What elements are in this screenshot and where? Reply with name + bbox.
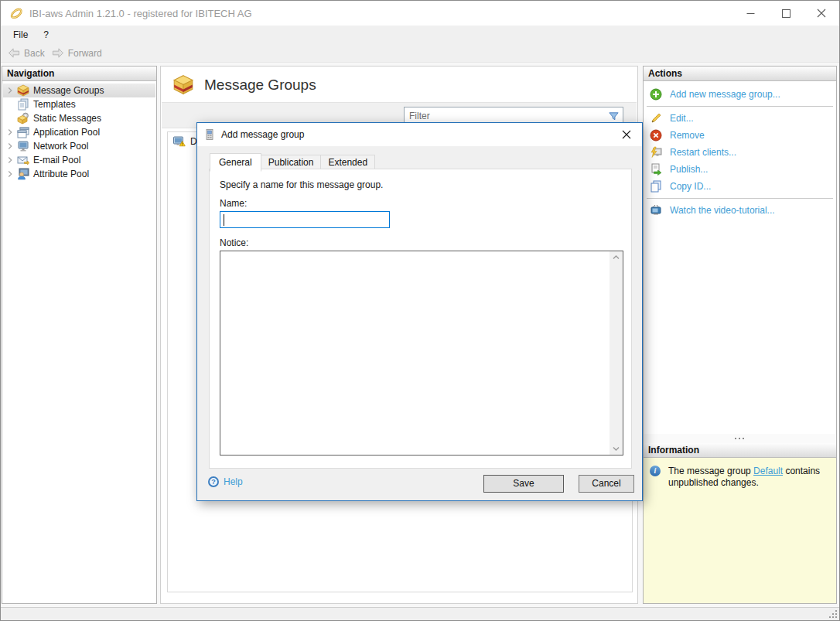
scroll-up-icon[interactable] — [612, 254, 620, 261]
tab-general[interactable]: General — [210, 153, 261, 172]
sidebar-item-label: Application Pool — [33, 127, 100, 138]
action-label: Restart clients... — [670, 147, 736, 158]
back-button[interactable]: Back — [7, 47, 45, 59]
panel-splitter[interactable] — [644, 434, 836, 443]
minimize-button[interactable] — [732, 1, 768, 26]
window-title: IBI-aws Admin 1.21.0 - registered for IB… — [29, 8, 252, 19]
notice-label: Notice: — [220, 237, 248, 248]
app-window: IBI-aws Admin 1.21.0 - registered for IB… — [0, 0, 840, 621]
copy-id-icon — [650, 180, 662, 193]
back-arrow-icon — [7, 47, 21, 59]
static-messages-icon — [17, 112, 29, 125]
action-label: Edit... — [670, 113, 694, 124]
default-group-link[interactable]: Default — [753, 466, 783, 476]
sidebar-item-email-pool[interactable]: E-mail Pool — [3, 153, 155, 167]
expander-chevron-icon[interactable] — [3, 168, 17, 180]
help-icon: ? — [208, 476, 219, 487]
menu-file[interactable]: File — [5, 26, 36, 44]
add-icon — [650, 88, 662, 101]
action-edit[interactable]: Edit... — [644, 110, 836, 127]
dialog-title-bar: Add message group — [197, 123, 642, 146]
filter-input[interactable] — [409, 108, 603, 124]
action-label: Publish... — [670, 164, 708, 175]
message-groups-icon — [172, 74, 195, 95]
name-input[interactable] — [224, 213, 386, 227]
sidebar-item-attribute-pool[interactable]: Attribute Pool — [3, 167, 155, 181]
cancel-button[interactable]: Cancel — [579, 475, 634, 493]
dialog-button-row: ? Help Save Cancel — [197, 473, 642, 496]
minimize-icon — [746, 9, 755, 18]
sidebar-item-label: Network Pool — [33, 141, 88, 152]
sidebar-item-label: Attribute Pool — [33, 169, 89, 179]
forward-button[interactable]: Forward — [51, 47, 102, 59]
close-button[interactable] — [804, 1, 839, 26]
menu-help[interactable]: ? — [36, 26, 56, 44]
dialog-close-button[interactable] — [611, 123, 642, 146]
dialog-form-icon — [204, 129, 215, 140]
network-pool-icon — [17, 140, 29, 152]
information-box: i The message group Default contains unp… — [644, 458, 836, 603]
help-link[interactable]: ? Help — [208, 476, 243, 487]
templates-icon — [17, 98, 29, 111]
action-publish[interactable]: Publish... — [644, 161, 836, 178]
action-watch-video-tutorial[interactable]: Watch the video-tutorial... — [644, 202, 836, 219]
navigation-tree: Message Groups Templates — [2, 81, 156, 181]
maximize-button[interactable] — [768, 1, 804, 26]
forward-label: Forward — [68, 48, 102, 59]
actions-separator — [647, 198, 833, 199]
video-tutorial-icon — [650, 204, 662, 217]
message-groups-icon — [17, 84, 29, 97]
action-add-new-message-group[interactable]: Add new message group... — [644, 86, 836, 103]
status-bar — [1, 607, 839, 620]
expander-chevron-icon[interactable] — [3, 126, 17, 138]
restart-clients-icon — [650, 146, 662, 159]
help-label: Help — [224, 476, 243, 487]
sidebar-item-application-pool[interactable]: Application Pool — [3, 125, 155, 139]
computer-warning-icon — [172, 135, 186, 148]
navigation-header: Navigation — [2, 67, 156, 81]
information-header: Information — [644, 443, 836, 458]
name-label: Name: — [220, 198, 247, 209]
dialog-title: Add message group — [221, 129, 304, 140]
action-label: Watch the video-tutorial... — [670, 205, 775, 216]
actions-header: Actions — [644, 67, 836, 81]
remove-icon — [650, 129, 662, 142]
expander-chevron-icon[interactable] — [3, 154, 17, 166]
dialog-prompt: Specify a name for this message group. — [220, 179, 383, 190]
sidebar-item-label: Message Groups — [33, 85, 104, 96]
close-icon — [817, 9, 826, 18]
expander-chevron-icon[interactable] — [3, 140, 17, 152]
save-button[interactable]: Save — [483, 475, 564, 493]
application-pool-icon — [17, 126, 29, 138]
action-label: Remove — [670, 130, 705, 141]
forward-arrow-icon — [51, 47, 65, 59]
resize-grip-icon[interactable] — [828, 609, 838, 619]
actions-list: Add new message group... Edit... Remove — [644, 81, 836, 219]
title-bar: IBI-aws Admin 1.21.0 - registered for IB… — [1, 1, 839, 26]
sidebar-item-static-messages[interactable]: Static Messages — [3, 111, 155, 125]
splitter-dots-icon — [735, 437, 746, 440]
sidebar-item-message-groups[interactable]: Message Groups — [3, 84, 155, 97]
actions-separator — [647, 106, 833, 107]
attribute-pool-icon — [17, 168, 29, 180]
name-field-border — [220, 211, 390, 228]
notice-textarea[interactable] — [220, 251, 623, 456]
scroll-down-icon[interactable] — [612, 445, 620, 452]
sidebar-item-network-pool[interactable]: Network Pool — [3, 139, 155, 153]
action-copy-id[interactable]: Copy ID... — [644, 178, 836, 195]
tab-page-general: Specify a name for this message group. N… — [209, 169, 632, 469]
action-label: Add new message group... — [670, 89, 780, 100]
back-label: Back — [24, 48, 45, 59]
action-remove[interactable]: Remove — [644, 127, 836, 144]
vertical-scrollbar[interactable] — [610, 251, 623, 455]
action-restart-clients[interactable]: Restart clients... — [644, 144, 836, 161]
action-label: Copy ID... — [670, 181, 711, 192]
sidebar-item-label: Templates — [33, 99, 76, 110]
maximize-icon — [782, 9, 790, 18]
sidebar-item-label: Static Messages — [33, 113, 101, 124]
filter-funnel-icon[interactable] — [608, 111, 620, 122]
sidebar-item-templates[interactable]: Templates — [3, 97, 155, 111]
publish-icon — [650, 163, 662, 176]
expander-chevron-icon[interactable] — [3, 84, 17, 97]
sidebar-item-label: E-mail Pool — [33, 155, 80, 165]
